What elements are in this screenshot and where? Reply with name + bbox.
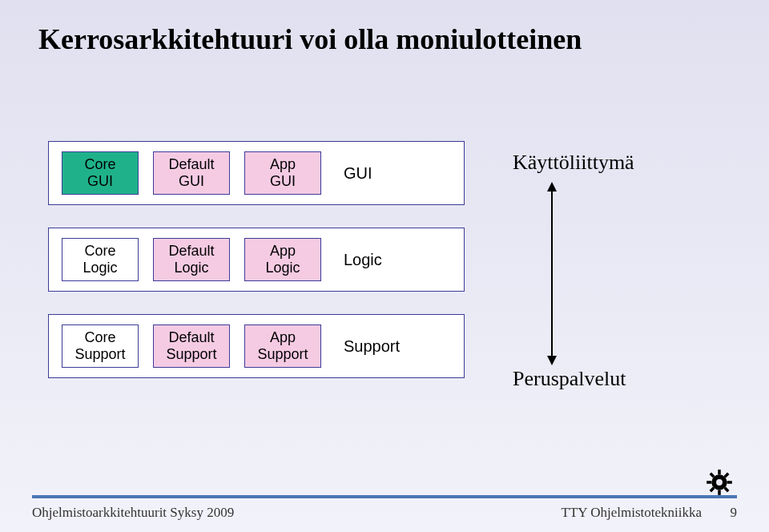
footer-left-text: Ohjelmistoarkkitehtuurit Syksy 2009	[32, 505, 234, 521]
axis-line	[551, 187, 553, 359]
layer-gui: CoreGUI DefaultGUI AppGUI GUI	[48, 141, 465, 205]
layer-support: CoreSupport DefaultSupport AppSupport Su…	[48, 314, 465, 378]
axis-label-top: Käyttöliittymä	[513, 151, 634, 175]
cell-default-support: DefaultSupport	[153, 324, 230, 368]
svg-rect-3	[718, 490, 721, 495]
cell-core-gui: CoreGUI	[62, 151, 139, 195]
layer-logic: CoreLogic DefaultLogic AppLogic Logic	[48, 228, 465, 292]
axis-label-bottom: Peruspalvelut	[513, 367, 626, 391]
layer-label-gui: GUI	[344, 164, 372, 183]
footer-right-text: TTY Ohjelmistotekniikka	[562, 505, 702, 521]
cell-core-logic: CoreLogic	[62, 238, 139, 281]
layer-label-support: Support	[344, 337, 400, 356]
page-number: 9	[731, 505, 738, 521]
svg-rect-2	[718, 470, 721, 474]
cell-app-gui: AppGUI	[244, 151, 321, 195]
arrow-down-icon	[547, 356, 557, 365]
cell-default-gui: DefaultGUI	[153, 151, 230, 195]
cell-app-logic: AppLogic	[244, 238, 321, 281]
svg-rect-5	[727, 481, 732, 484]
svg-point-1	[716, 479, 723, 486]
cell-core-support: CoreSupport	[62, 324, 139, 368]
slide-title: Kerrosarkkitehtuuri voi olla moniulottei…	[38, 22, 582, 56]
cell-app-support: AppSupport	[244, 324, 321, 368]
layer-label-logic: Logic	[344, 251, 382, 269]
footer-divider	[32, 495, 737, 498]
svg-rect-4	[707, 481, 711, 484]
cell-default-logic: DefaultLogic	[153, 238, 230, 281]
layers-diagram: CoreGUI DefaultGUI AppGUI GUI CoreLogic …	[48, 141, 465, 401]
